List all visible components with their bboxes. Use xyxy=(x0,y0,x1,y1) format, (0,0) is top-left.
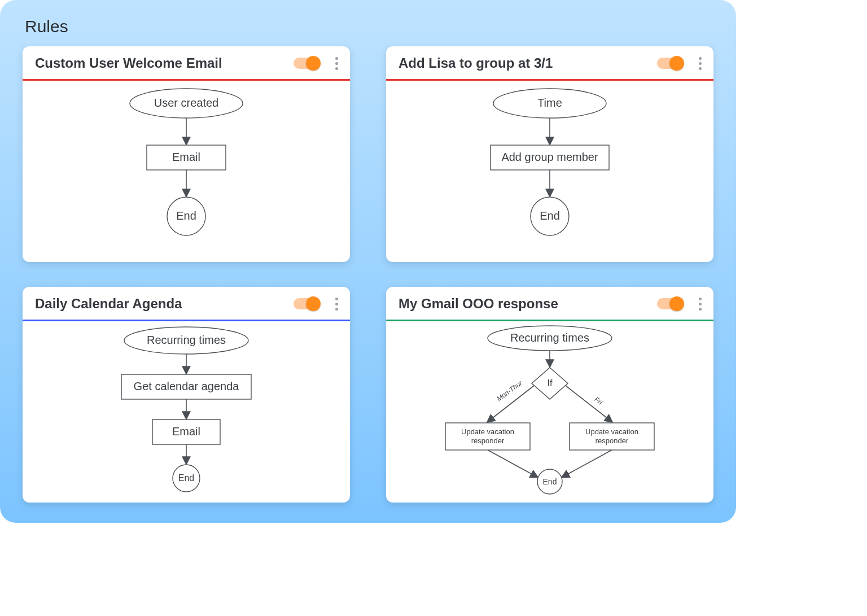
flow-diagram: User created Email End xyxy=(23,81,350,250)
card-header: My Gmail OOO response xyxy=(386,287,713,320)
card-title: Add Lisa to group at 3/1 xyxy=(399,55,553,71)
card-header: Custom User Welcome Email xyxy=(23,46,350,79)
end-label: End xyxy=(543,477,557,486)
rules-panel: Rules Custom User Welcome Email Us xyxy=(0,0,736,523)
trigger-label: Time xyxy=(537,97,562,109)
card-title: Daily Calendar Agenda xyxy=(35,296,182,312)
card-body: Recurring times If Mon-Thur Update vacat… xyxy=(386,321,713,503)
card-body: Recurring times Get calendar agenda Emai… xyxy=(23,321,350,503)
card-title: My Gmail OOO response xyxy=(399,296,558,312)
card-header-actions xyxy=(294,295,343,313)
rule-toggle[interactable] xyxy=(294,58,319,69)
flow-arrow xyxy=(566,386,612,422)
action-label-line2: responder xyxy=(471,436,505,445)
end-label: End xyxy=(176,209,196,222)
rules-grid: Custom User Welcome Email User created xyxy=(23,46,713,503)
rule-toggle[interactable] xyxy=(657,298,683,309)
trigger-label: User created xyxy=(154,97,219,109)
branch-label-left: Mon-Thur xyxy=(496,379,524,403)
action-label: Get calendar agenda xyxy=(134,380,240,392)
card-header-actions xyxy=(294,54,343,72)
flow-diagram: Recurring times If Mon-Thur Update vacat… xyxy=(386,321,713,502)
rule-toggle[interactable] xyxy=(657,58,683,69)
action-label-line1: Update vacation xyxy=(585,427,638,436)
overflow-menu-icon[interactable] xyxy=(330,295,343,313)
action-label-line1: Update vacation xyxy=(461,427,514,436)
rule-card-lisa[interactable]: Add Lisa to group at 3/1 Time Add group … xyxy=(386,46,713,262)
card-header: Daily Calendar Agenda xyxy=(23,287,350,320)
flow-diagram: Time Add group member End xyxy=(386,81,713,250)
rule-card-ooo[interactable]: My Gmail OOO response Recurring times xyxy=(386,287,713,503)
card-header: Add Lisa to group at 3/1 xyxy=(386,46,713,79)
trigger-label: Recurring times xyxy=(147,334,226,346)
action-label: Email xyxy=(172,425,200,438)
end-label: End xyxy=(540,209,560,222)
rule-card-agenda[interactable]: Daily Calendar Agenda Recurring times Ge… xyxy=(23,287,350,503)
flow-arrow xyxy=(562,450,612,477)
card-title: Custom User Welcome Email xyxy=(35,55,222,71)
overflow-menu-icon[interactable] xyxy=(693,54,707,72)
card-body: Time Add group member End xyxy=(386,81,713,262)
action-label-line2: responder xyxy=(595,436,629,445)
flow-arrow xyxy=(488,450,537,477)
condition-label: If xyxy=(548,378,553,388)
flow-diagram: Recurring times Get calendar agenda Emai… xyxy=(23,321,350,502)
end-label: End xyxy=(178,473,194,483)
branch-label-right: Fri xyxy=(593,395,604,407)
card-body: User created Email End xyxy=(23,81,350,262)
rule-card-welcome[interactable]: Custom User Welcome Email User created xyxy=(23,46,350,262)
rule-toggle[interactable] xyxy=(294,298,319,309)
card-header-actions xyxy=(657,54,707,72)
overflow-menu-icon[interactable] xyxy=(330,54,343,72)
overflow-menu-icon[interactable] xyxy=(693,295,707,313)
card-header-actions xyxy=(657,295,707,313)
page-title: Rules xyxy=(25,17,713,36)
action-label: Add group member xyxy=(501,151,598,163)
action-label: Email xyxy=(172,151,200,163)
trigger-label: Recurring times xyxy=(510,331,589,344)
